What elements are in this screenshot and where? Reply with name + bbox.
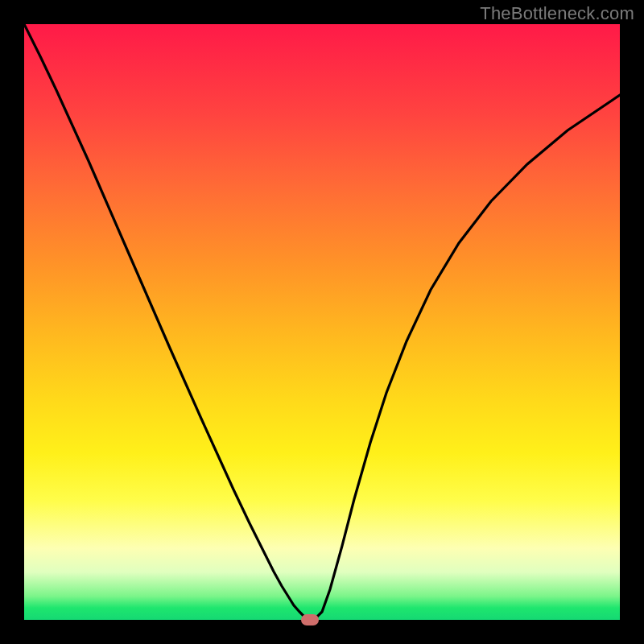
watermark-text: TheBottleneck.com (480, 3, 634, 24)
min-marker (301, 614, 319, 625)
bottleneck-curve (24, 24, 620, 620)
chart-frame: TheBottleneck.com (0, 0, 644, 644)
